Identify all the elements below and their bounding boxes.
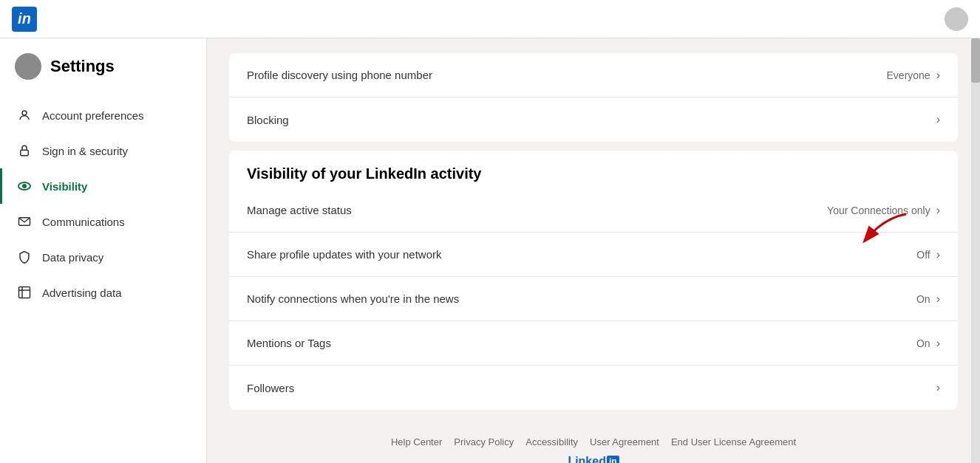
phone-discovery-label: Profile discovery using phone number (247, 69, 432, 81)
activity-section-header: Visibility of your LinkedIn activity (229, 151, 958, 188)
chart-icon (17, 285, 32, 300)
svg-rect-3 (19, 287, 30, 298)
active-status-label: Manage active status (247, 204, 352, 216)
active-status-arrow: › (936, 204, 940, 217)
notify-connections-row[interactable]: Notify connections when you're in the ne… (229, 277, 958, 321)
settings-title: Settings (50, 57, 115, 76)
sidebar-item-account-preferences[interactable]: Account preferences (0, 97, 206, 133)
share-profile-updates-label: Share profile updates with your network (247, 248, 441, 261)
phone-discovery-row[interactable]: Profile discovery using phone number Eve… (229, 53, 958, 97)
footer-links: Help Center Privacy Policy Accessibility… (229, 436, 958, 447)
footer-eula[interactable]: End User License Agreement (671, 436, 796, 447)
scrollbar-thumb[interactable] (971, 38, 980, 83)
linkedin-in-box: in (607, 456, 619, 463)
notify-connections-arrow: › (936, 292, 940, 306)
scrollbar-track[interactable] (971, 38, 980, 463)
sidebar-item-data-privacy[interactable]: Data privacy (0, 239, 206, 275)
followers-arrow: › (936, 381, 940, 394)
footer-accessibility[interactable]: Accessibility (525, 436, 578, 447)
mentions-tags-value: On › (916, 337, 940, 350)
user-avatar[interactable] (945, 7, 968, 31)
blocking-arrow: › (936, 113, 940, 126)
share-profile-updates-value: Off › (916, 248, 940, 261)
mentions-tags-row[interactable]: Mentions or Tags On › (229, 321, 958, 366)
lock-icon (17, 143, 32, 158)
person-icon (17, 108, 32, 123)
advertising-data-label: Advertising data (42, 287, 122, 299)
sidebar-item-advertising-data[interactable]: Advertising data (0, 275, 206, 310)
blocking-value: › (936, 113, 940, 126)
followers-label: Followers (247, 382, 294, 394)
footer-help-center[interactable]: Help Center (391, 436, 442, 447)
shield-icon (17, 250, 32, 264)
sidebar-item-communications[interactable]: Communications (0, 204, 206, 239)
mentions-tags-label: Mentions or Tags (247, 337, 331, 349)
account-preferences-label: Account preferences (42, 109, 144, 122)
linkedin-text: Linked (568, 455, 606, 463)
svg-rect-1 (21, 150, 29, 156)
footer: Help Center Privacy Policy Accessibility… (229, 419, 958, 463)
phone-discovery-arrow: › (936, 69, 940, 82)
content-area: Profile discovery using phone number Eve… (207, 38, 980, 463)
data-privacy-label: Data privacy (42, 251, 103, 264)
sign-in-security-label: Sign in & security (42, 145, 128, 157)
share-profile-updates-arrow: › (936, 248, 940, 261)
phone-discovery-value: Everyone › (887, 69, 940, 82)
communications-label: Communications (42, 216, 125, 228)
discovery-card: Profile discovery using phone number Eve… (229, 53, 958, 142)
followers-value: › (936, 381, 940, 394)
share-profile-updates-row[interactable]: Share profile updates with your network … (229, 233, 958, 277)
blocking-label: Blocking (247, 114, 289, 126)
notify-connections-label: Notify connections when you're in the ne… (247, 292, 459, 305)
visibility-label: Visibility (42, 180, 87, 193)
mail-icon (17, 214, 32, 229)
mentions-tags-arrow: › (936, 337, 940, 350)
sidebar: Settings Account preferences Sign in & s… (0, 38, 207, 463)
eye-icon (17, 179, 32, 193)
sidebar-item-sign-in-security[interactable]: Sign in & security (0, 133, 206, 168)
notify-connections-value: On › (916, 292, 940, 306)
active-status-value: Your Connections only › (827, 204, 940, 217)
settings-header: Settings (0, 53, 206, 97)
linkedin-logo[interactable]: in (12, 7, 37, 32)
settings-avatar (15, 53, 41, 80)
svg-point-0 (22, 111, 27, 115)
activity-card: Visibility of your LinkedIn activity Man… (229, 151, 958, 410)
footer-privacy-policy[interactable]: Privacy Policy (454, 436, 514, 447)
blocking-row[interactable]: Blocking › (229, 97, 958, 142)
linkedin-footer-logo: Linked in (568, 455, 619, 463)
sidebar-item-visibility[interactable]: Visibility (0, 168, 206, 204)
active-status-row[interactable]: Manage active status Your Connections on… (229, 188, 958, 233)
followers-row[interactable]: Followers › (229, 366, 958, 410)
top-bar: in (0, 0, 980, 38)
footer-user-agreement[interactable]: User Agreement (590, 436, 659, 447)
